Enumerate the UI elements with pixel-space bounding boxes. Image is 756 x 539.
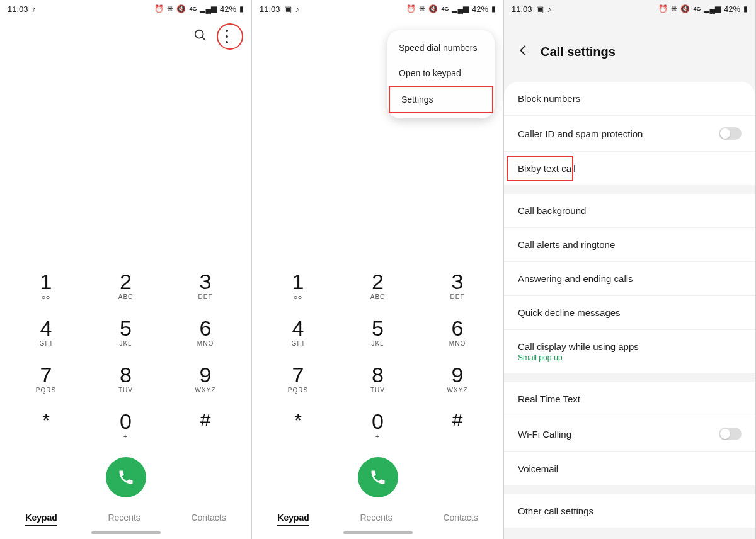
menu-open-keypad[interactable]: Open to keypad	[387, 60, 495, 86]
status-time: 11:03	[512, 4, 532, 14]
key-9[interactable]: 9WXYZ	[177, 364, 234, 394]
key-2[interactable]: 2ABC	[98, 271, 154, 301]
setting-rtt[interactable]: Real Time Text	[504, 382, 755, 416]
battery-text: 42%	[220, 4, 236, 14]
screenshot-icon: ▣	[284, 4, 292, 14]
key-2[interactable]: 2ABC	[350, 271, 406, 301]
more-icon[interactable]	[215, 25, 239, 48]
key-0[interactable]: 0+	[350, 411, 406, 441]
setting-label: Bixby text call	[518, 163, 576, 174]
key-4[interactable]: 4GHI	[18, 317, 74, 348]
setting-label: Real Time Text	[518, 394, 580, 404]
dialer-keypad: 1ᴏᴏ 2ABC 3DEF 4GHI 5JKL 6MNO 7PQRS 8TUV …	[0, 271, 251, 457]
key-hash[interactable]: #	[177, 411, 234, 441]
setting-label: Voicemail	[518, 463, 558, 474]
call-button[interactable]	[106, 457, 146, 497]
key-0[interactable]: 0+	[98, 411, 154, 441]
toggle-wifi-calling[interactable]	[719, 428, 742, 440]
key-8[interactable]: 8TUV	[98, 364, 154, 394]
setting-other[interactable]: Other call settings	[504, 494, 755, 528]
key-7[interactable]: 7PQRS	[270, 364, 326, 394]
key-9[interactable]: 9WXYZ	[429, 364, 486, 394]
key-star[interactable]: *	[270, 411, 326, 441]
key-6[interactable]: 6MNO	[177, 317, 234, 348]
screenshot-icon: ▣	[536, 4, 544, 14]
nav-bar[interactable]	[0, 528, 251, 538]
search-icon[interactable]	[193, 28, 207, 45]
key-8[interactable]: 8TUV	[350, 364, 406, 394]
key-3[interactable]: 3DEF	[177, 271, 234, 301]
setting-caller-id[interactable]: Caller ID and spam protection	[504, 116, 755, 152]
battery-text: 42%	[472, 4, 488, 14]
tab-keypad[interactable]: Keypad	[25, 513, 57, 526]
dialer-toolbar	[0, 18, 251, 55]
setting-answering[interactable]: Answering and ending calls	[504, 262, 755, 296]
settings-header: Call settings	[504, 18, 755, 68]
alarm-icon: ⏰	[154, 4, 164, 13]
tab-contacts[interactable]: Contacts	[443, 513, 478, 526]
key-3[interactable]: 3DEF	[429, 271, 486, 301]
dialer-tabs: Keypad Recents Contacts	[0, 509, 251, 528]
key-6[interactable]: 6MNO	[429, 317, 486, 348]
music-icon: ♪	[32, 4, 37, 14]
status-bar: 11:03 ▣ ♪ ⏰ ✳ 🔇 4G ▂▄▆ 42% ▮	[504, 0, 755, 18]
network-icon: 4G	[441, 6, 449, 12]
setting-wifi-calling[interactable]: Wi-Fi Calling	[504, 416, 755, 452]
key-5[interactable]: 5JKL	[350, 317, 406, 348]
status-time: 11:03	[260, 4, 280, 14]
battery-icon: ▮	[239, 4, 244, 13]
music-icon: ♪	[295, 4, 300, 14]
key-star[interactable]: *	[18, 411, 74, 441]
bluetooth-icon: ✳	[671, 4, 677, 13]
tab-keypad[interactable]: Keypad	[277, 513, 309, 526]
signal-icon: ▂▄▆	[704, 4, 721, 13]
screen-call-settings: 11:03 ▣ ♪ ⏰ ✳ 🔇 4G ▂▄▆ 42% ▮ Call settin…	[504, 0, 756, 539]
setting-label: Quick decline messages	[518, 307, 621, 318]
dialer-keypad: 1ᴏᴏ 2ABC 3DEF 4GHI 5JKL 6MNO 7PQRS 8TUV …	[252, 271, 503, 457]
nav-bar[interactable]	[252, 528, 503, 538]
screen-dialer: 11:03 ♪ ⏰ ✳ 🔇 4G ▂▄▆ 42% ▮ 1ᴏᴏ 2ABC 3DEF	[0, 0, 252, 539]
setting-voicemail[interactable]: Voicemail	[504, 452, 755, 485]
setting-label: Caller ID and spam protection	[518, 128, 643, 139]
menu-settings[interactable]: Settings	[389, 86, 493, 113]
setting-label: Call display while using apps	[518, 341, 639, 352]
dialer-tabs: Keypad Recents Contacts	[252, 509, 503, 528]
back-icon[interactable]	[517, 43, 530, 60]
status-bar: 11:03 ▣ ♪ ⏰ ✳ 🔇 4G ▂▄▆ 42% ▮	[252, 0, 503, 18]
key-1[interactable]: 1ᴏᴏ	[18, 271, 74, 301]
toggle-caller-id[interactable]	[719, 127, 742, 140]
bluetooth-icon: ✳	[167, 4, 173, 13]
settings-list: Block numbers Caller ID and spam protect…	[504, 82, 755, 528]
tab-recents[interactable]: Recents	[360, 513, 392, 526]
svg-point-0	[195, 30, 203, 38]
setting-sublabel: Small pop-up	[518, 353, 639, 362]
menu-speed-dial[interactable]: Speed dial numbers	[387, 35, 495, 60]
key-7[interactable]: 7PQRS	[18, 364, 74, 394]
setting-call-background[interactable]: Call background	[504, 194, 755, 228]
setting-label: Wi-Fi Calling	[518, 429, 571, 440]
setting-call-display[interactable]: Call display while using apps Small pop-…	[504, 330, 755, 373]
tab-contacts[interactable]: Contacts	[191, 513, 226, 526]
battery-icon: ▮	[743, 4, 748, 13]
key-hash[interactable]: #	[429, 411, 486, 441]
setting-bixby-text-call[interactable]: Bixby text call	[504, 152, 755, 185]
setting-call-alerts[interactable]: Call alerts and ringtone	[504, 228, 755, 262]
setting-quick-decline[interactable]: Quick decline messages	[504, 296, 755, 330]
key-1[interactable]: 1ᴏᴏ	[270, 271, 326, 301]
signal-icon: ▂▄▆	[200, 4, 217, 13]
screen-dialer-menu: 11:03 ▣ ♪ ⏰ ✳ 🔇 4G ▂▄▆ 42% ▮ Speed dial …	[252, 0, 504, 539]
battery-text: 42%	[724, 4, 740, 14]
alarm-icon: ⏰	[658, 4, 668, 13]
setting-label: Call alerts and ringtone	[518, 239, 615, 250]
svg-line-1	[202, 37, 206, 41]
mute-icon: 🔇	[680, 4, 690, 13]
mute-icon: 🔇	[428, 4, 438, 13]
setting-block-numbers[interactable]: Block numbers	[504, 82, 755, 116]
key-4[interactable]: 4GHI	[270, 317, 326, 348]
key-5[interactable]: 5JKL	[98, 317, 154, 348]
page-title: Call settings	[541, 45, 616, 59]
tab-recents[interactable]: Recents	[108, 513, 140, 526]
setting-label: Call background	[518, 205, 586, 216]
status-bar: 11:03 ♪ ⏰ ✳ 🔇 4G ▂▄▆ 42% ▮	[0, 0, 251, 18]
call-button[interactable]	[358, 457, 398, 497]
